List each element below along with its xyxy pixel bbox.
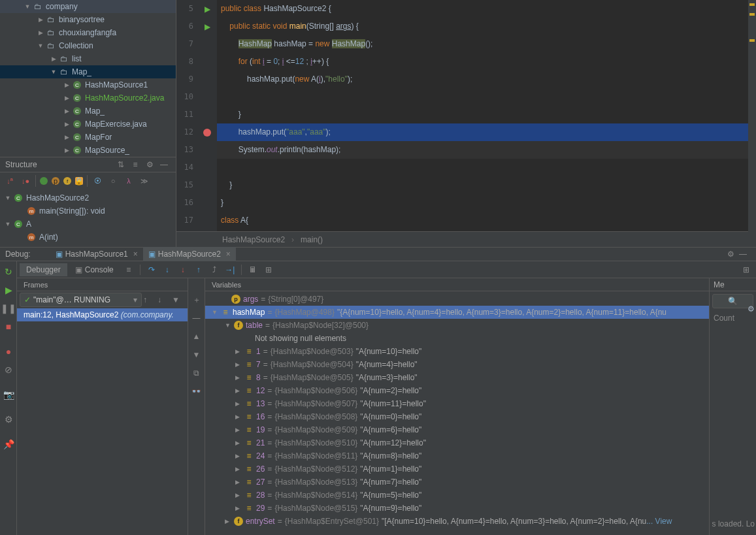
var-row[interactable]: ▶fentrySet={HashMap$EntrySet@501}"[A{num… — [205, 515, 709, 528]
close-icon[interactable]: × — [226, 250, 231, 259]
tree-item-HashMapSource2.java[interactable]: ▶CHashMapSource2.java — [0, 91, 176, 105]
tree-arrow-icon[interactable]: ▶ — [63, 120, 71, 128]
var-row[interactable]: ▶≡27={HashMap$Node@513}"A{num=7}=hello" — [205, 476, 709, 489]
structure-item[interactable]: mA(int) — [0, 231, 176, 244]
var-row[interactable]: ▶≡7={HashMap$Node@504}"A{num=4}=hello" — [205, 358, 709, 371]
var-arrow-icon[interactable]: ▶ — [235, 466, 243, 472]
tree-item-company[interactable]: ▼🗀company — [0, 0, 176, 13]
code-line[interactable]: hashMap.put("aaa","aaa"); — [217, 123, 756, 141]
var-arrow-icon[interactable]: ▶ — [235, 387, 243, 394]
tree-arrow-icon[interactable]: ▶ — [63, 107, 71, 115]
var-arrow-icon[interactable]: ▶ — [235, 413, 243, 420]
filter-m-icon[interactable]: ○ — [107, 175, 119, 187]
up-watch-icon[interactable]: ▲ — [193, 329, 201, 344]
rerun-icon[interactable]: ↻ — [0, 263, 17, 281]
code-line[interactable]: } — [217, 176, 756, 194]
copy-watch-icon[interactable]: ⧉ — [193, 366, 199, 380]
editor-error-stripe[interactable] — [748, 0, 756, 247]
pin-icon[interactable]: 📌 — [0, 435, 17, 453]
tree-item-chouxiangfangfa[interactable]: ▶🗀chouxiangfangfa — [0, 26, 176, 39]
thread-selector[interactable]: ✓ "main"@… RUNNING ▾ — [20, 293, 142, 307]
tree-arrow-icon[interactable]: ▶ — [63, 94, 71, 102]
tree-arrow-icon[interactable]: ▶ — [37, 16, 44, 24]
var-arrow-icon[interactable]: ▶ — [235, 348, 243, 355]
filter-frames-icon[interactable]: ▼ — [172, 295, 185, 304]
tree-item-MapSource_[interactable]: ▶CMapSource_ — [0, 144, 176, 157]
var-row[interactable]: ▼ftable={HashMap$Node[32]@500} — [205, 319, 709, 332]
tree-item-Map_[interactable]: ▶CMap_ — [0, 105, 176, 118]
code-line[interactable]: System.out.println(hashMap); — [217, 141, 756, 159]
structure-item[interactable]: mmain(String[]): void — [0, 204, 176, 218]
code-line[interactable]: } — [217, 194, 756, 212]
tree-arrow-icon[interactable]: ▶ — [37, 29, 44, 37]
mute-bp-icon[interactable]: ⊘ — [0, 361, 17, 379]
tree-arrow-icon[interactable]: ▶ — [63, 146, 71, 154]
memory-settings-icon[interactable]: ⚙ — [748, 304, 755, 314]
var-arrow-icon[interactable]: ▶ — [235, 505, 243, 511]
var-row[interactable]: ▶≡13={HashMap$Node@507}"A{num=11}=hello" — [205, 397, 709, 410]
tree-arrow-icon[interactable]: ▼ — [24, 3, 31, 10]
var-row[interactable]: Not showing null elements — [205, 332, 709, 345]
restore-layout-icon[interactable]: ⊞ — [739, 263, 753, 277]
var-arrow-icon[interactable]: ▶ — [235, 453, 243, 459]
code-line[interactable] — [217, 159, 756, 176]
gutter-marks[interactable]: ▶▶ — [197, 0, 217, 231]
debug-tab-HashMapSource2[interactable]: ▣HashMapSource2× — [143, 247, 236, 261]
filter-l-icon[interactable]: λ — [123, 175, 135, 187]
var-row[interactable]: ▶≡28={HashMap$Node@514}"A{num=5}=hello" — [205, 489, 709, 502]
var-arrow-icon[interactable]: ▶ — [235, 479, 243, 485]
var-row[interactable]: ▶≡8={HashMap$Node@505}"A{num=3}=hello" — [205, 371, 709, 384]
frames-list[interactable]: main:12, HashMapSource2 (com.company. — [17, 308, 188, 321]
tree-arrow-icon[interactable]: ▼ — [50, 68, 58, 76]
drop-frame-icon[interactable]: ⤴ — [207, 263, 222, 277]
tree-arrow-icon[interactable]: ▶ — [50, 55, 58, 63]
code-editor[interactable]: public class HashMapSource2 { public sta… — [217, 0, 756, 231]
breadcrumb-method[interactable]: main() — [301, 235, 323, 244]
var-arrow-icon[interactable]: ▼ — [225, 322, 233, 329]
run-gutter-icon[interactable]: ▶ — [205, 22, 210, 31]
tree-item-list[interactable]: ▶🗀list — [0, 52, 176, 65]
prev-frame-icon[interactable]: ↑ — [143, 295, 156, 304]
evaluate-icon[interactable]: 🖩 — [246, 263, 260, 277]
filter-f-icon[interactable]: f — [63, 177, 71, 185]
breakpoint-icon[interactable] — [203, 129, 211, 137]
step-out-icon[interactable]: ↑ — [191, 263, 206, 277]
code-line[interactable] — [217, 88, 756, 106]
var-arrow-icon[interactable]: ▶ — [235, 440, 243, 446]
var-arrow-icon[interactable]: ▶ — [235, 361, 243, 368]
structure-sort-icon[interactable]: ⇅ — [114, 158, 127, 171]
filter-lock-icon[interactable]: 🔒 — [75, 177, 83, 185]
code-line[interactable]: public class HashMapSource2 { — [217, 0, 756, 18]
var-arrow-icon[interactable]: ▶ — [235, 492, 243, 498]
project-tree[interactable]: ▼🗀company▶🗀binarysortree▶🗀chouxiangfangf… — [0, 0, 176, 157]
code-line[interactable]: } — [217, 106, 756, 123]
trace-icon[interactable]: ⊞ — [261, 263, 276, 277]
tree-item-Map_[interactable]: ▼🗀Map_ — [0, 65, 176, 78]
remove-watch-icon[interactable]: — — [193, 311, 201, 325]
tree-item-binarysortree[interactable]: ▶🗀binarysortree — [0, 13, 176, 26]
code-line[interactable]: HashMap hashMap = new HashMap(); — [217, 35, 756, 53]
structure-hide-icon[interactable]: — — [157, 158, 171, 171]
tree-arrow-icon[interactable]: ▼ — [37, 42, 44, 50]
var-row[interactable]: pargs={String[0]@497} — [205, 293, 709, 306]
watches-icon[interactable]: 👓 — [191, 384, 201, 398]
var-arrow-icon[interactable]: ▼ — [212, 309, 220, 316]
tree-item-MapFor[interactable]: ▶CMapFor — [0, 131, 176, 144]
step-into-icon[interactable]: ↓ — [160, 263, 174, 277]
debug-settings-icon[interactable]: ⚙ — [727, 250, 739, 259]
resume-icon[interactable]: ▶ — [0, 281, 17, 299]
variables-tree[interactable]: pargs={String[0]@497}▼≡hashMap={HashMap@… — [205, 291, 709, 535]
var-arrow-icon[interactable]: ▶ — [235, 374, 243, 381]
add-watch-icon[interactable]: ＋ — [193, 293, 201, 307]
debug-hide-icon[interactable]: — — [739, 250, 751, 259]
var-arrow-icon[interactable]: ▶ — [235, 427, 243, 433]
tab-console[interactable]: ▣ Console — [69, 263, 120, 276]
run-to-cursor-icon[interactable]: →| — [223, 263, 237, 277]
tree-arrow-icon[interactable]: ▶ — [63, 81, 71, 89]
var-row[interactable]: ▶≡24={HashMap$Node@511}"A{num=8}=hello" — [205, 449, 709, 462]
code-line[interactable]: hashMap.put(new A(i),"hello"); — [217, 71, 756, 88]
down-watch-icon[interactable]: ▼ — [193, 348, 201, 362]
breakpoints-icon[interactable]: ● — [0, 342, 17, 361]
run-gutter-icon[interactable]: ▶ — [205, 5, 210, 14]
structure-item[interactable]: ▼CHashMapSource2 — [0, 191, 176, 204]
